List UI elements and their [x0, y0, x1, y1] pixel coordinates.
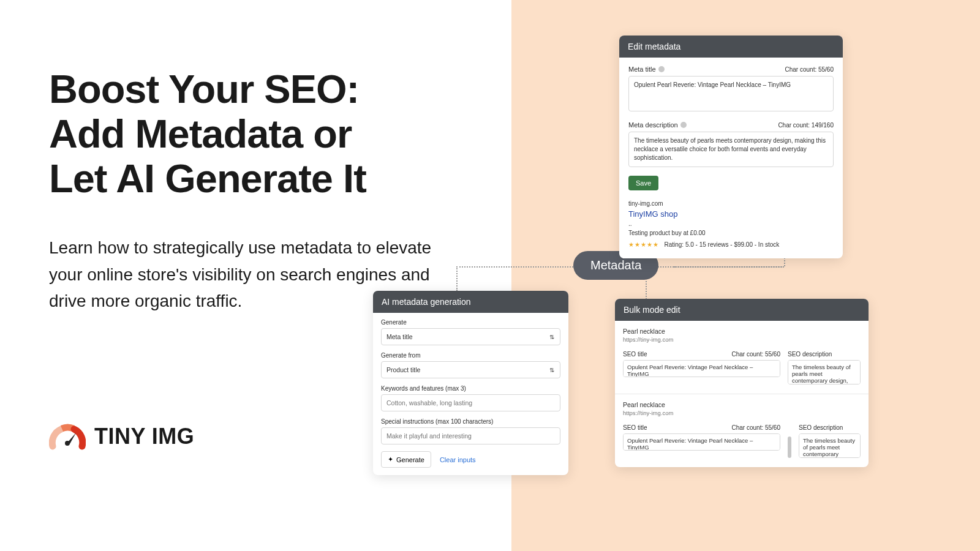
gauge-icon — [49, 423, 86, 450]
svg-point-1 — [65, 441, 70, 446]
preview-dots: .. — [628, 220, 834, 227]
generate-from-label: Generate from — [381, 352, 560, 359]
clear-inputs-button[interactable]: Clear inputs — [440, 456, 476, 463]
generate-from-select[interactable]: Product title — [381, 361, 560, 378]
seo-title-char-count: Char count: 55/60 — [732, 351, 781, 358]
seo-title-input[interactable]: Opulent Pearl Reverie: Vintage Pearl Nec… — [623, 433, 780, 451]
seo-title-label: SEO title — [623, 424, 647, 431]
headline-line: Add Metadata or — [49, 111, 352, 156]
generate-label: Generate — [381, 319, 560, 326]
connector-line — [456, 266, 458, 291]
star-icon: ★★★★★ — [628, 241, 659, 248]
ai-generation-panel: AI metadata generation Generate Meta tit… — [373, 291, 568, 475]
seo-desc-label: SEO description — [788, 351, 832, 358]
bulk-row: Pearl necklace https://tiny-img.com SEO … — [615, 321, 869, 394]
panel-title: Edit metadata — [619, 36, 843, 58]
instructions-input[interactable] — [381, 427, 560, 444]
save-button[interactable]: Save — [628, 176, 658, 190]
brand-logo: TINY IMG — [49, 423, 194, 450]
generate-select[interactable]: Meta title — [381, 328, 560, 345]
bulk-product-name: Pearl necklace — [623, 401, 861, 408]
bulk-edit-panel: Bulk mode edit Pearl necklace https://ti… — [615, 299, 869, 467]
meta-title-char-count: Char count: 55/60 — [785, 66, 834, 73]
hero-block: Boost Your SEO: Add Metadata or Let AI G… — [49, 67, 453, 315]
scrollbar-handle[interactable] — [788, 437, 791, 458]
brand-name: TINY IMG — [94, 424, 194, 449]
meta-title-label: Meta title — [628, 66, 665, 73]
generate-button[interactable]: ✦ Generate — [381, 451, 431, 468]
meta-desc-label: Meta description — [628, 121, 687, 129]
bulk-row: Pearl necklace https://tiny-img.com SEO … — [615, 394, 869, 467]
bulk-product-url: https://tiny-img.com — [623, 410, 861, 416]
meta-desc-char-count: Char count: 149/160 — [778, 122, 834, 129]
seo-title-char-count: Char count: 55/60 — [732, 424, 781, 431]
info-icon[interactable] — [658, 66, 665, 72]
seo-title-label: SEO title — [623, 351, 647, 358]
sparkle-icon: ✦ — [388, 455, 393, 463]
seo-desc-input[interactable]: The timeless beauty of pearls meet conte… — [799, 433, 861, 458]
instructions-label: Special instructions (max 100 characters… — [381, 418, 560, 425]
serp-preview: tiny-img.com TinyIMG shop .. Testing pro… — [628, 200, 834, 249]
headline-line: Boost Your SEO: — [49, 67, 359, 111]
seo-title-input[interactable]: Opulent Pearl Reverie: Vintage Pearl Nec… — [623, 360, 780, 377]
preview-title: TinyIMG shop — [628, 209, 834, 219]
meta-desc-input[interactable]: The timeless beauty of pearls meets cont… — [628, 132, 834, 167]
panel-title: Bulk mode edit — [615, 299, 869, 321]
info-icon[interactable] — [680, 122, 687, 128]
headline: Boost Your SEO: Add Metadata or Let AI G… — [49, 67, 453, 201]
connector-line — [646, 281, 647, 299]
rating-text: Rating: 5.0 - 15 reviews - $99.00 - In s… — [664, 241, 779, 248]
meta-title-input[interactable]: Opulent Pearl Reverie: Vintage Pearl Nec… — [628, 76, 834, 111]
keywords-input[interactable] — [381, 394, 560, 411]
preview-url: tiny-img.com — [628, 200, 834, 207]
seo-desc-input[interactable]: The timeless beauty of pearls meet conte… — [788, 360, 861, 384]
bulk-product-url: https://tiny-img.com — [623, 336, 861, 343]
headline-line: Let AI Generate It — [49, 156, 366, 201]
panel-title: AI metadata generation — [373, 291, 568, 313]
preview-product-line: Testing product buy at £0.00 — [628, 230, 834, 236]
edit-metadata-panel: Edit metadata Meta title Char count: 55/… — [619, 36, 843, 258]
keywords-label: Keywords and features (max 3) — [381, 385, 560, 392]
seo-desc-label: SEO description — [799, 424, 843, 431]
bulk-product-name: Pearl necklace — [623, 328, 861, 335]
